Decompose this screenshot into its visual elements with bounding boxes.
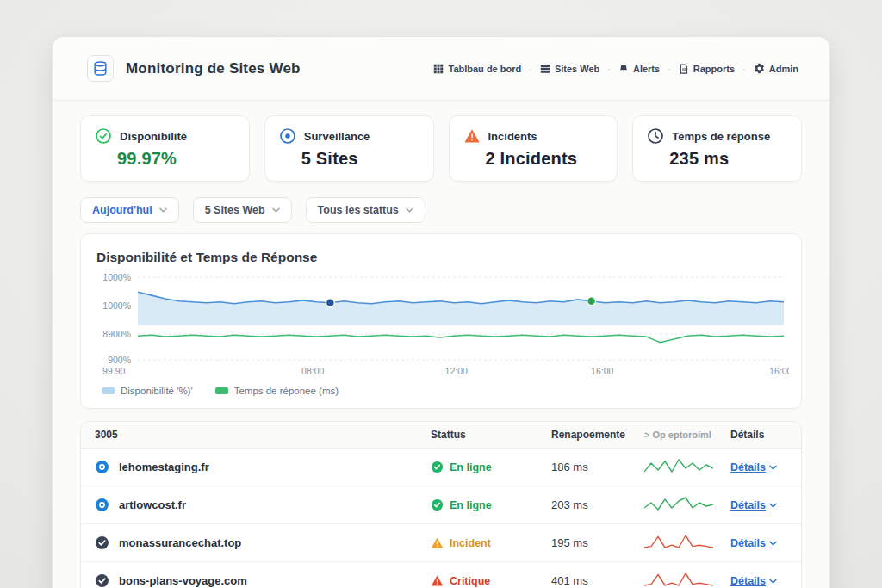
legend-item-temps-de-reponee-ms: Temps de réponee (ms)	[215, 386, 339, 396]
y-axis-label: 8900%	[102, 329, 131, 339]
nav-item-admin[interactable]: Admin	[754, 63, 798, 74]
y-axis-label: 1000%	[102, 272, 131, 282]
warning-icon	[463, 127, 481, 145]
chevron-down-icon	[769, 503, 777, 508]
table-row-lehomestaging-fr: lehomestaging.fr En ligne 186 ms Détails	[81, 449, 801, 486]
status-label: En ligne	[450, 499, 492, 511]
sites-table-card: 3005StattusRenapoemente> Op eptoroímlDét…	[80, 421, 802, 588]
nav-item-sites-web[interactable]: Sites Web	[540, 64, 599, 74]
brand: Monitoring de Sites Web	[87, 55, 301, 82]
chevron-down-icon	[769, 579, 777, 584]
site-name: lehomestaging.fr	[119, 461, 209, 473]
site-name: artlowcost.fr	[119, 498, 186, 511]
chevron-down-icon	[406, 207, 413, 213]
stat-label: Disponibilité	[120, 130, 187, 143]
chevron-down-icon	[272, 207, 280, 213]
nav-separator: ·	[668, 64, 671, 74]
column-header-0: 3005	[95, 429, 431, 441]
status-critical-icon	[431, 574, 444, 587]
site-name: monassurancechat.top	[119, 536, 241, 549]
site-dot-icon	[95, 498, 109, 512]
filter-dropdown-aujourd-hui[interactable]: Aujourd'hui	[80, 197, 179, 223]
site-name: bons-plans-voyage.com	[119, 574, 247, 587]
filter-label: Tous les stattus	[318, 204, 399, 216]
nav-item-rapports[interactable]: Rapports	[679, 64, 735, 74]
stat-value: 99.97%	[117, 149, 235, 169]
app-title: Monitoring de Sites Web	[126, 60, 301, 77]
response-line	[138, 335, 784, 343]
app-window: Monitoring de Sites Web Tablbau de bord·…	[52, 36, 830, 588]
legend-swatch	[215, 387, 228, 394]
table-row-bons-plans-voyage-com: bons-plans-voyage.com Critique 401 ms Dé…	[81, 562, 801, 588]
response-time: 401 ms	[551, 574, 644, 587]
chevron-down-icon	[159, 207, 167, 213]
site-check-icon	[95, 573, 109, 588]
stat-value: 235 ms	[669, 149, 787, 169]
stat-value: 5 Sites	[301, 149, 419, 169]
nav-item-alerts[interactable]: Alerts	[618, 64, 660, 74]
nav-item-label: Rapports	[693, 64, 735, 74]
table-row-artlowcost-fr: artlowcost.fr En ligne 203 ms Détails	[81, 486, 801, 524]
column-header-2: Renapoemente	[551, 429, 644, 441]
details-link[interactable]: Détails	[730, 499, 787, 511]
response-time: 186 ms	[551, 461, 644, 473]
gear-icon	[754, 63, 765, 74]
target-icon	[279, 127, 296, 145]
x-axis-label: 12:00	[445, 366, 468, 376]
filter-label: 5 Sites Web	[205, 204, 265, 216]
table-row-monassurancechat-top: monassurancechat.top Incident 195 ms Dét…	[81, 524, 801, 562]
stat-card-disponibilite: Disponibilité 99.97%	[80, 115, 250, 182]
status-label: Incident	[450, 537, 491, 549]
filter-dropdown-5-sites-web[interactable]: 5 Sites Web	[193, 197, 292, 223]
nav-item-label: Admin	[769, 64, 798, 74]
chart-title: Disponibilité et Temps de Réponse	[96, 250, 786, 265]
chart-card: Disponibilité et Temps de Réponse 1000%1…	[80, 233, 802, 409]
stat-label: Incidents	[488, 130, 537, 143]
chart-marker-dot[interactable]	[587, 297, 596, 306]
legend-label: Temps de réponee (ms)	[234, 386, 339, 396]
column-header-4: Détails	[730, 429, 787, 441]
stats-row: Disponibilité 99.97% Surveillance 5 Site…	[80, 115, 802, 182]
chevron-down-icon	[769, 541, 777, 546]
details-label: Détails	[730, 575, 766, 587]
report-icon	[679, 64, 689, 74]
status-label: Critique	[450, 575, 490, 587]
nav-separator: ·	[529, 64, 532, 74]
bell-icon	[618, 64, 629, 74]
chart-marker-dot[interactable]	[326, 299, 334, 307]
details-link[interactable]: Détails	[730, 537, 787, 549]
nav-item-label: Alerts	[633, 64, 660, 74]
filters-row: Aujourd'hui 5 Sites Web Tous les stattus	[80, 197, 802, 223]
stat-label: Temps de réponse	[672, 130, 770, 143]
availability-area	[138, 292, 784, 325]
status-incident-icon	[431, 536, 444, 549]
legend-swatch	[102, 387, 115, 394]
nav-separator: ·	[742, 64, 746, 74]
x-axis-label: 08:00	[301, 366, 324, 376]
x-axis-label: 16:00	[769, 366, 789, 376]
stat-card-temps-de-reponse: Temps de réponse 235 ms	[632, 115, 802, 182]
main-nav: Tablbau de bord·Sites Web·Alerts·Rapport…	[433, 63, 798, 74]
legend-item-disponibilite: Disponibilité '%)'	[102, 386, 193, 396]
database-icon	[87, 55, 114, 82]
status-online-icon	[431, 461, 444, 473]
response-sparkline	[644, 457, 713, 474]
response-sparkline	[644, 571, 713, 588]
filter-dropdown-tous-les-stattus[interactable]: Tous les stattus	[306, 197, 425, 223]
app-header: Monitoring de Sites Web Tablbau de bord·…	[53, 37, 829, 101]
status-online-icon	[431, 498, 444, 511]
legend-label: Disponibilité '%)'	[121, 386, 193, 396]
chevron-down-icon	[769, 465, 777, 470]
details-link[interactable]: Détails	[730, 461, 787, 473]
y-axis-label: 900%	[108, 355, 131, 365]
clock-icon	[647, 127, 664, 145]
response-time: 203 ms	[551, 498, 644, 511]
response-time: 195 ms	[551, 536, 644, 549]
details-label: Détails	[730, 461, 766, 473]
stat-label: Surveillance	[304, 130, 370, 143]
nav-item-tablbau-de-bord[interactable]: Tablbau de bord	[433, 64, 521, 74]
nav-separator: ·	[607, 64, 611, 74]
details-link[interactable]: Détails	[730, 575, 787, 587]
details-label: Détails	[730, 499, 766, 511]
site-check-icon	[95, 535, 109, 550]
